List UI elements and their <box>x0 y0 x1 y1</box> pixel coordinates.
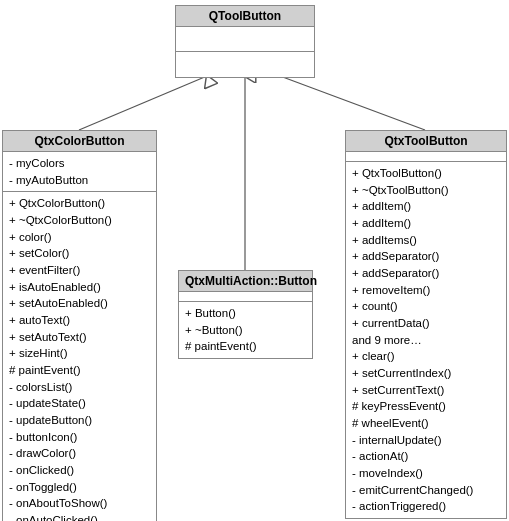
qtxmultiaction-title: QtxMultiAction::Button <box>179 271 312 292</box>
qtxcolorbutton-attrs: - myColors - myAutoButton <box>3 152 156 192</box>
svg-line-1 <box>79 76 207 130</box>
qtoolbutton-attrs <box>176 27 314 52</box>
qtxtoolbutton-box: QtxToolButton + QtxToolButton() + ~QtxTo… <box>345 130 507 519</box>
qtxtoolbutton-attrs <box>346 152 506 162</box>
qtoolbutton-box: QToolButton <box>175 5 315 78</box>
qtxmultiaction-attrs <box>179 292 312 302</box>
qtxcolorbutton-methods: + QtxColorButton() + ~QtxColorButton() +… <box>3 192 156 521</box>
qtxmultiaction-methods: + Button() + ~Button() # paintEvent() <box>179 302 312 358</box>
qtxcolorbutton-box: QtxColorButton - myColors - myAutoButton… <box>2 130 157 521</box>
qtoolbutton-title: QToolButton <box>176 6 314 27</box>
qtxtoolbutton-title: QtxToolButton <box>346 131 506 152</box>
qtxcolorbutton-title: QtxColorButton <box>3 131 156 152</box>
and-more-label: and 9 more… <box>352 332 500 349</box>
qtxmultiaction-box: QtxMultiAction::Button + Button() + ~But… <box>178 270 313 359</box>
attr-myautobutton: - myAutoButton <box>9 172 150 189</box>
qtoolbutton-methods <box>176 52 314 77</box>
qtxtoolbutton-methods: + QtxToolButton() + ~QtxToolButton() + a… <box>346 162 506 518</box>
svg-line-3 <box>280 76 425 130</box>
diagram-container: QToolButton QtxColorButton - myColors - … <box>0 0 509 521</box>
attr-mycolors: - myColors <box>9 155 150 172</box>
